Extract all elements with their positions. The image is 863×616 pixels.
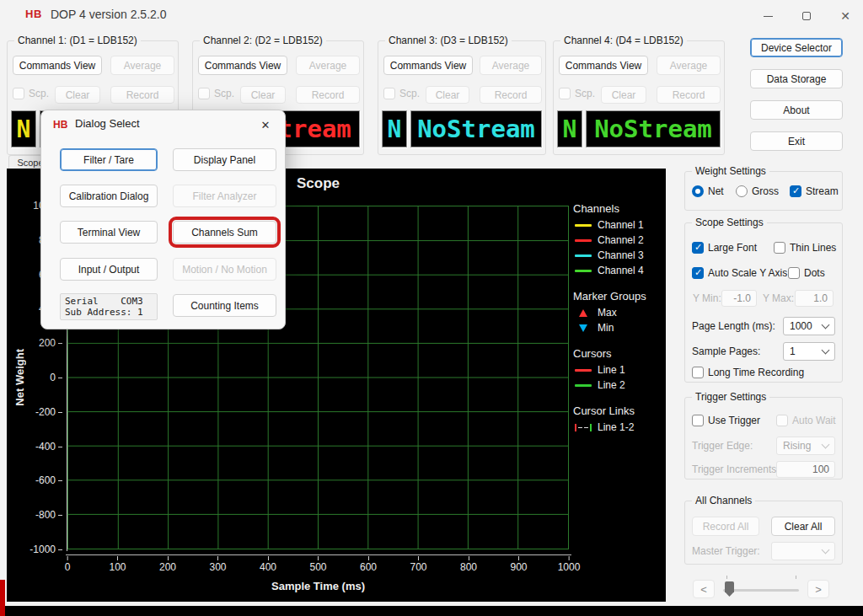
auto-wait-checkbox: Auto Wait bbox=[776, 415, 836, 426]
marker-max-icon bbox=[579, 309, 587, 317]
channel-4-stream-display: NoStream bbox=[586, 110, 721, 147]
filter-tare-button[interactable]: Filter / Tare bbox=[60, 148, 158, 171]
checkbox-icon bbox=[790, 185, 801, 197]
page-slider-thumb[interactable] bbox=[725, 581, 734, 597]
motion-no-motion-button: Motion / No Motion bbox=[173, 258, 276, 281]
chevron-down-icon bbox=[822, 546, 830, 554]
channel-3-commands-view-button[interactable]: Commands View bbox=[383, 56, 473, 75]
channel-2-commands-view-button[interactable]: Commands View bbox=[198, 56, 287, 75]
x-axis-label: Sample Time (ms) bbox=[67, 580, 569, 592]
trigger-edge-dropdown: Rising bbox=[776, 437, 835, 455]
calibration-dialog-button[interactable]: Calibration Dialog bbox=[60, 185, 158, 207]
trigger-increments-field: 100 bbox=[776, 461, 835, 478]
channel-1-commands-view-button[interactable]: Commands View bbox=[13, 56, 102, 75]
marker-min-icon bbox=[579, 324, 587, 332]
device-selector-button[interactable]: Device Selector bbox=[750, 38, 843, 57]
checkbox-icon bbox=[692, 415, 704, 426]
thin-lines-checkbox[interactable]: Thin Lines bbox=[774, 242, 836, 254]
cursor-2-line-swatch bbox=[575, 384, 592, 387]
maximize-icon bbox=[802, 12, 811, 20]
channel-4-panel: Channel 4: (D4 = LDB152) Commands View A… bbox=[553, 40, 725, 155]
channel-1-record-button: Record bbox=[110, 86, 174, 104]
channel-4-average-button: Average bbox=[657, 56, 721, 75]
channel-2-average-button: Average bbox=[296, 56, 360, 75]
checkbox-icon bbox=[788, 267, 800, 279]
dialog-title: Dialog Select bbox=[75, 117, 140, 130]
cursor-link-icon bbox=[575, 424, 592, 431]
legend-cursor-links-header: Cursor Links bbox=[573, 404, 664, 417]
channel-4-record-button: Record bbox=[657, 86, 721, 104]
gross-radio[interactable]: Gross bbox=[736, 185, 779, 197]
maximize-button[interactable] bbox=[787, 0, 826, 32]
auto-scale-y-axis-checkbox[interactable]: Auto Scale Y Axis bbox=[692, 267, 787, 279]
dialog-close-button[interactable]: ✕ bbox=[256, 115, 275, 134]
sample-pages-label: Sample Pages: bbox=[692, 345, 760, 357]
close-button[interactable]: ✕ bbox=[826, 0, 863, 32]
y-min-field: -1.0 bbox=[721, 290, 757, 307]
legend-item-marker-max: Max bbox=[573, 307, 664, 319]
trigger-edge-label: Trigger Edge: bbox=[692, 440, 753, 452]
stream-checkbox[interactable]: Stream bbox=[790, 185, 839, 197]
data-storage-button[interactable]: Data Storage bbox=[750, 69, 843, 88]
use-trigger-checkbox[interactable]: Use Trigger bbox=[692, 415, 760, 426]
channel-3-stream-display: NoStream bbox=[410, 110, 542, 147]
trigger-settings-group: Trigger Settings Use Trigger Auto Wait T… bbox=[684, 397, 843, 479]
page-length-dropdown[interactable]: 1000 bbox=[783, 317, 835, 335]
trigger-increments-label: Trigger Increments: bbox=[692, 463, 780, 475]
channel-3-panel: Channel 3: (D3 = LDB152) Commands View A… bbox=[378, 40, 546, 155]
channel-1-status-display: N bbox=[11, 110, 36, 147]
channel-2-record-button: Record bbox=[296, 86, 360, 104]
x-axis-spine bbox=[66, 554, 571, 555]
close-icon: ✕ bbox=[261, 119, 271, 131]
checkbox-icon bbox=[774, 242, 785, 254]
cursor-1-line-swatch bbox=[575, 369, 592, 372]
legend-cursors-header: Cursors bbox=[573, 347, 664, 360]
radio-icon bbox=[692, 185, 704, 197]
weight-settings-header: Weight Settings bbox=[692, 165, 769, 177]
hb-logo-icon: HB bbox=[25, 8, 42, 20]
sample-pages-dropdown[interactable]: 1 bbox=[783, 342, 835, 361]
scope-legend: Channels Channel 1 Channel 2 Channel 3 C… bbox=[573, 202, 664, 437]
trigger-settings-header: Trigger Settings bbox=[692, 391, 769, 403]
checkbox-icon bbox=[692, 242, 704, 254]
channel-2-line-swatch bbox=[575, 239, 592, 242]
net-radio[interactable]: Net bbox=[692, 185, 724, 197]
channel-4-scp-checkbox: Scp. bbox=[559, 88, 595, 99]
minimize-button[interactable] bbox=[748, 0, 787, 32]
y-max-field: 1.0 bbox=[795, 290, 834, 307]
counting-items-button[interactable]: Counting Items bbox=[173, 294, 276, 317]
page-slider[interactable] bbox=[723, 589, 799, 592]
legend-item-channel-3: Channel 3 bbox=[573, 249, 664, 261]
input-output-button[interactable]: Input / Output bbox=[60, 258, 158, 281]
clear-all-button[interactable]: Clear All bbox=[771, 517, 835, 536]
chevron-down-icon bbox=[822, 321, 830, 329]
slider-tick-start bbox=[726, 576, 727, 579]
terminal-view-button[interactable]: Terminal View bbox=[60, 221, 158, 244]
channel-4-commands-view-button[interactable]: Commands View bbox=[559, 56, 648, 75]
slider-tick-end bbox=[796, 576, 796, 579]
dialog-select-window: HB Dialog Select ✕ Filter / Tare Display… bbox=[40, 110, 286, 329]
channels-sum-button[interactable]: Channels Sum bbox=[173, 221, 276, 244]
legend-channels-header: Channels bbox=[573, 202, 664, 215]
channel-3-average-button: Average bbox=[480, 56, 542, 75]
channel-2-clear-button: Clear bbox=[240, 86, 286, 104]
large-font-checkbox[interactable]: Large Font bbox=[692, 242, 757, 254]
page-next-button[interactable]: > bbox=[807, 580, 829, 598]
legend-item-marker-min: Min bbox=[573, 322, 664, 334]
y-max-label: Y Max: bbox=[763, 292, 794, 304]
record-all-button: Record All bbox=[692, 517, 759, 536]
filter-analyzer-button: Filter Analyzer bbox=[173, 185, 276, 207]
main-window: HB DOP 4 version 2.5.2.0 ✕ Channel 1: (D… bbox=[0, 0, 863, 616]
scope-settings-group: Scope Settings Large Font Thin Lines Aut… bbox=[684, 222, 843, 383]
master-trigger-label: Master Trigger: bbox=[692, 545, 760, 557]
all-channels-group: All Channels Record All Clear All Master… bbox=[684, 501, 843, 565]
page-prev-button[interactable]: < bbox=[693, 580, 715, 598]
about-button[interactable]: About bbox=[750, 100, 843, 120]
weight-settings-group: Weight Settings Net Gross Stream bbox=[684, 171, 843, 211]
channel-1-average-button: Average bbox=[110, 56, 174, 75]
exit-button[interactable]: Exit bbox=[750, 131, 843, 151]
display-panel-button[interactable]: Display Panel bbox=[173, 148, 276, 171]
checkbox-icon bbox=[776, 415, 788, 426]
long-time-recording-checkbox[interactable]: Long Time Recording bbox=[692, 367, 804, 378]
dots-checkbox[interactable]: Dots bbox=[788, 267, 825, 279]
